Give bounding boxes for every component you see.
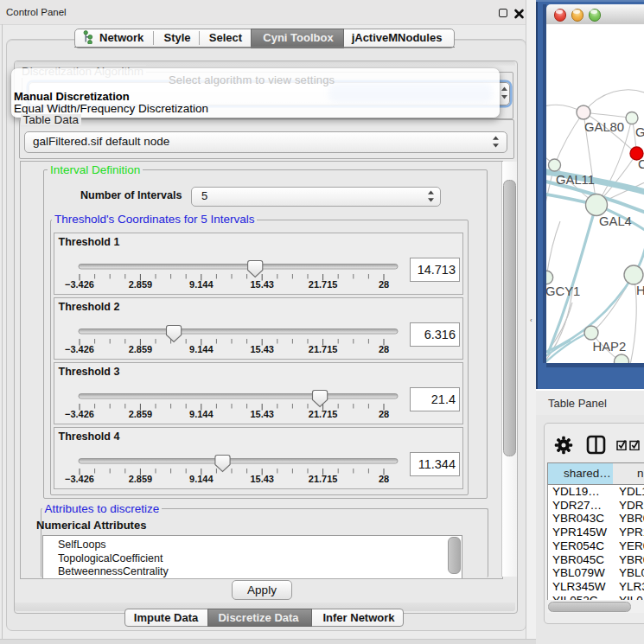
svg-text:15.43: 15.43: [250, 279, 274, 290]
svg-text:2.859: 2.859: [129, 344, 153, 354]
svg-text:21.715: 21.715: [309, 279, 338, 290]
svg-text:15.43: 15.43: [250, 344, 274, 354]
svg-text:21.715: 21.715: [309, 474, 338, 484]
svg-text:GA: GA: [635, 125, 644, 139]
svg-text:2.859: 2.859: [129, 279, 153, 290]
svg-text:28: 28: [379, 409, 389, 419]
svg-text:15.43: 15.43: [250, 409, 274, 419]
svg-text:C: C: [638, 157, 644, 171]
svg-text:−3.426: −3.426: [65, 409, 94, 419]
svg-text:9.144: 9.144: [189, 344, 214, 354]
svg-text:28: 28: [379, 279, 389, 290]
svg-text:HAP2: HAP2: [593, 340, 627, 354]
svg-text:GCY1: GCY1: [546, 284, 580, 298]
svg-text:15.43: 15.43: [250, 474, 274, 484]
svg-text:2.859: 2.859: [129, 474, 153, 484]
svg-text:−3.426: −3.426: [65, 474, 94, 484]
svg-text:28: 28: [379, 474, 389, 484]
svg-text:9.144: 9.144: [189, 474, 214, 484]
svg-text:GAL4: GAL4: [599, 214, 632, 228]
svg-text:28: 28: [379, 344, 389, 354]
svg-text:GAL80: GAL80: [584, 120, 624, 134]
svg-text:−3.426: −3.426: [65, 344, 94, 354]
svg-text:GAL11: GAL11: [556, 173, 595, 187]
svg-text:2.859: 2.859: [129, 409, 153, 419]
svg-text:9.144: 9.144: [189, 409, 214, 419]
svg-text:21.715: 21.715: [309, 344, 338, 354]
svg-text:21.715: 21.715: [309, 409, 338, 419]
svg-text:−3.426: −3.426: [65, 279, 94, 290]
svg-text:H: H: [636, 284, 644, 297]
svg-text:9.144: 9.144: [189, 279, 214, 290]
